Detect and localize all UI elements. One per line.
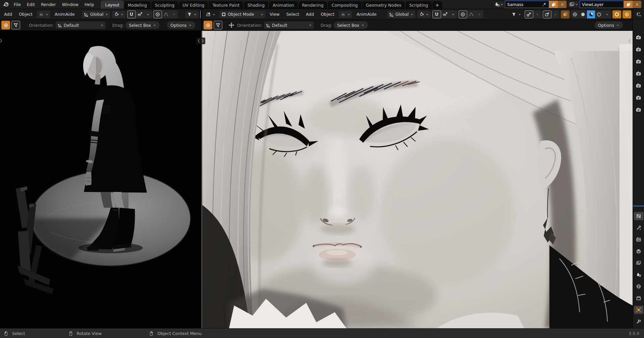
tab-animation[interactable]: Animation xyxy=(269,1,298,9)
proportional-falloff-button[interactable] xyxy=(162,10,170,18)
tab-texture-paint[interactable]: Texture Paint xyxy=(209,1,243,9)
options-dropdown[interactable]: Options xyxy=(167,21,196,29)
menu-file[interactable]: File xyxy=(11,1,24,8)
region-divider-highlight[interactable] xyxy=(633,206,644,206)
menu-animaide[interactable]: AnimAide xyxy=(354,12,379,17)
tab-collection-properties[interactable] xyxy=(634,294,643,302)
menu-add[interactable]: Add xyxy=(303,12,317,17)
show-overlays-toggle[interactable] xyxy=(525,10,533,18)
mode-dropdown[interactable]: Object Mode xyxy=(219,10,266,18)
camera-icon[interactable] xyxy=(636,59,641,64)
tab-output-properties[interactable] xyxy=(634,247,643,255)
shading-rendered-button[interactable] xyxy=(595,10,603,18)
snap-toggle[interactable] xyxy=(127,10,136,18)
options-dropdown[interactable]: Options xyxy=(594,21,623,29)
tab-geometry-nodes[interactable]: Geometry Nodes xyxy=(362,1,405,9)
menu-render[interactable]: Render xyxy=(38,1,59,8)
menu-window[interactable]: Window xyxy=(59,1,82,8)
scene-browse-button[interactable] xyxy=(493,1,505,8)
new-scene-button[interactable] xyxy=(549,1,558,8)
tab-scripting[interactable]: Scripting xyxy=(406,1,432,9)
xray-dropdown[interactable] xyxy=(551,10,559,18)
orientation-dropdown[interactable]: Default xyxy=(55,21,106,29)
menu-object[interactable]: Object xyxy=(318,12,337,17)
sidebar-expand-toggle[interactable] xyxy=(628,38,631,44)
tab-modeling[interactable]: Modeling xyxy=(124,1,151,9)
menu-edit[interactable]: Edit xyxy=(24,1,38,8)
toolbar-expand-toggle[interactable] xyxy=(0,38,3,44)
menu-view[interactable]: View xyxy=(267,12,282,17)
tab-layout[interactable]: Layout xyxy=(101,1,123,9)
view-layer-browse-button[interactable] xyxy=(568,1,580,8)
pivot-point-dropdown[interactable] xyxy=(417,10,431,18)
pin-icon[interactable] xyxy=(542,2,547,7)
snapping-dropdown[interactable] xyxy=(449,10,457,18)
orientation-dropdown[interactable]: Default xyxy=(264,21,314,29)
blender-logo-icon[interactable] xyxy=(2,1,10,8)
pivot-point-dropdown[interactable] xyxy=(112,10,126,18)
addon-ring-button-2[interactable] xyxy=(623,10,631,18)
tool-filter-button[interactable] xyxy=(11,21,20,29)
snap-with-button[interactable] xyxy=(136,10,144,18)
properties-editor-type-button[interactable] xyxy=(634,212,643,220)
tab-shading[interactable]: Shading xyxy=(244,1,268,9)
snapping-dropdown[interactable] xyxy=(144,10,152,18)
tab-uv-editing[interactable]: UV Editing xyxy=(179,1,208,9)
drag-mode-dropdown[interactable]: Select Box xyxy=(333,21,368,29)
tab-view-layer-properties[interactable] xyxy=(634,259,643,267)
menu-add[interactable]: Add xyxy=(1,12,15,17)
menu-object[interactable]: Object xyxy=(16,12,35,17)
snap-toggle[interactable] xyxy=(432,10,441,18)
camera-icon[interactable] xyxy=(636,47,641,52)
addon-ring-button-1[interactable] xyxy=(612,10,621,18)
outliner-icon[interactable] xyxy=(636,12,641,17)
editor-type-dropdown[interactable] xyxy=(204,10,218,18)
proportional-edit-toggle[interactable] xyxy=(459,10,467,18)
scene-name-field[interactable]: Samass xyxy=(505,1,549,8)
region-collapse-toggles[interactable] xyxy=(196,38,205,44)
menu-animaide[interactable]: AnimAide xyxy=(52,12,77,17)
delete-view-layer-button[interactable] xyxy=(633,1,641,8)
proportional-edit-toggle[interactable] xyxy=(153,10,162,18)
shading-dropdown[interactable] xyxy=(603,10,611,18)
viewport-right-canvas[interactable] xyxy=(202,31,633,328)
tool-falloff-dropdown[interactable] xyxy=(37,10,51,18)
transform-orientation-dropdown[interactable]: Global xyxy=(387,10,416,18)
show-gizmos-dropdown[interactable] xyxy=(185,10,199,18)
tab-rendering[interactable]: Rendering xyxy=(299,1,327,9)
view-layer-name-field[interactable]: ViewLayer xyxy=(580,1,624,8)
add-workspace-button[interactable]: + xyxy=(432,1,442,9)
shading-material-preview-button[interactable] xyxy=(587,10,595,18)
overlays-dropdown[interactable] xyxy=(533,10,541,18)
proportional-falloff-button[interactable] xyxy=(467,10,475,18)
tab-modifier-properties[interactable] xyxy=(634,318,643,326)
drag-mode-dropdown[interactable]: Select Box xyxy=(125,21,160,29)
proportional-dropdown[interactable] xyxy=(170,10,178,18)
camera-icon[interactable] xyxy=(636,95,641,100)
viewport-divider[interactable] xyxy=(201,31,202,328)
tab-sculpting[interactable]: Sculpting xyxy=(151,1,178,9)
show-gizmos-dropdown[interactable] xyxy=(509,10,523,18)
camera-icon[interactable] xyxy=(636,83,641,88)
tool-filter-button[interactable] xyxy=(214,21,222,29)
menu-help[interactable]: Help xyxy=(82,1,97,8)
delete-scene-button[interactable] xyxy=(558,1,567,8)
viewport-left-canvas[interactable] xyxy=(0,31,201,328)
active-tool-button[interactable] xyxy=(204,21,212,29)
camera-icon[interactable] xyxy=(636,35,641,40)
menu-select[interactable]: Select xyxy=(283,12,302,17)
transform-orientation-dropdown[interactable]: Global xyxy=(82,10,110,18)
tab-compositing[interactable]: Compositing xyxy=(328,1,361,9)
shading-wireframe-button[interactable] xyxy=(571,10,579,18)
tab-render-properties[interactable] xyxy=(634,235,643,244)
xray-sphere-toggle[interactable] xyxy=(543,10,551,18)
shading-solid-button[interactable] xyxy=(579,10,587,18)
tab-scene-properties[interactable] xyxy=(634,271,643,279)
toggle-xray-button[interactable] xyxy=(561,10,570,18)
new-view-layer-button[interactable] xyxy=(624,1,633,8)
active-tool-button[interactable] xyxy=(1,21,10,29)
show-overlays-toggle[interactable] xyxy=(200,10,201,18)
tab-world-properties[interactable] xyxy=(634,282,643,290)
tab-object-properties[interactable] xyxy=(634,306,643,314)
proportional-dropdown[interactable] xyxy=(475,10,483,18)
